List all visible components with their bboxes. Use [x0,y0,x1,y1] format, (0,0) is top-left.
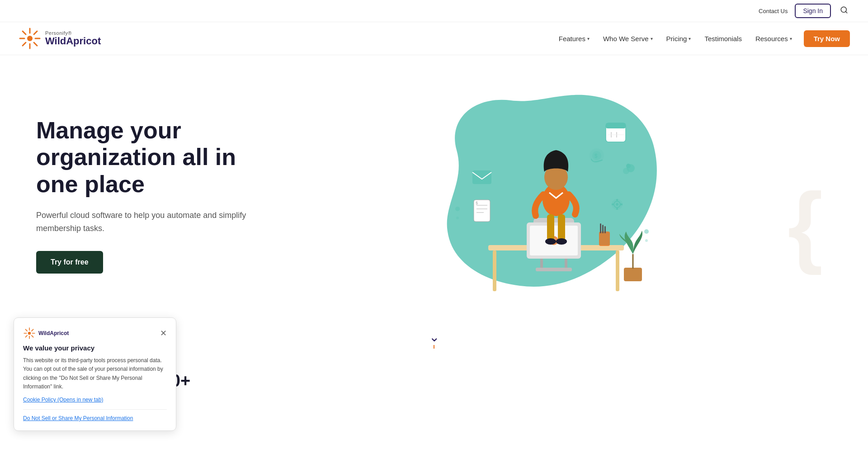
nav-features[interactable]: Features ▾ [553,31,595,46]
decorative-element: { [788,173,823,277]
svg-text:$: $ [476,201,478,205]
svg-point-60 [545,238,556,245]
hero-blob: $ $ [420,82,674,308]
contact-us-link[interactable]: Contact Us [759,8,788,14]
svg-line-68 [32,336,33,337]
pricing-chevron-icon: ▾ [689,36,691,41]
svg-point-50 [623,168,629,174]
resources-chevron-icon: ▾ [790,36,792,41]
cookie-banner: WildApricot ✕ We value your privacy This… [14,317,176,391]
blob-container: $ $ [420,82,674,308]
features-chevron-icon: ▾ [587,36,590,41]
cookie-title: We value your privacy [23,344,167,352]
svg-rect-29 [606,123,626,128]
try-now-button[interactable]: Try Now [804,30,850,47]
logo-link[interactable]: Personify® WildApricot [18,27,101,50]
cookie-close-button[interactable]: ✕ [160,329,167,337]
top-bar: Contact Us Sign In [0,0,868,22]
svg-rect-24 [599,232,610,246]
svg-rect-59 [558,214,565,241]
hero-section: Manage your organization all in one plac… [0,55,868,326]
svg-rect-47 [612,203,614,205]
logo-icon [18,27,42,50]
svg-point-61 [556,238,567,245]
cookie-logo-text: WildApricot [38,330,69,336]
cookie-header: WildApricot ✕ [23,327,167,340]
svg-point-2 [27,36,33,41]
svg-rect-25 [600,223,601,233]
svg-rect-58 [547,214,554,241]
svg-rect-17 [536,268,572,271]
hero-title: Manage your organization all in one plac… [36,117,262,198]
svg-rect-26 [602,225,604,233]
svg-point-62 [28,332,31,335]
who-we-serve-chevron-icon: ▾ [651,36,653,41]
search-icon-button[interactable] [838,4,850,18]
nav-pricing[interactable]: Pricing ▾ [661,31,697,46]
svg-point-54 [644,229,649,234]
svg-line-7 [23,31,26,34]
nav-testimonials[interactable]: Testimonials [699,31,747,46]
svg-rect-48 [620,203,623,205]
cookie-body-text: This website or its third-party tools pr… [23,356,167,391]
svg-text:$: $ [594,153,598,159]
svg-rect-27 [604,226,606,233]
svg-line-1 [845,11,847,13]
scroll-chevron-icon: ⌄ [429,331,439,344]
main-nav: Personify® WildApricot Features ▾ Who We… [0,22,868,55]
hero-content: Manage your organization all in one plac… [36,117,262,274]
logo-text: Personify® WildApricot [45,30,101,47]
sign-in-button[interactable]: Sign In [795,4,831,18]
svg-rect-36 [472,170,491,184]
hero-illustration: $ $ [262,82,832,308]
logo-wildapricot: WildApricot [45,36,101,47]
scroll-line [434,345,434,349]
svg-line-69 [32,330,33,331]
nav-links: Features ▾ Who We Serve ▾ Pricing ▾ Test… [553,30,850,47]
svg-rect-56 [624,268,642,281]
nav-who-we-serve[interactable]: Who We Serve ▾ [598,31,658,46]
svg-point-53 [456,217,459,219]
nav-resources[interactable]: Resources ▾ [750,31,797,46]
svg-line-8 [34,43,37,46]
hero-subtitle: Powerful cloud software to help you auto… [36,209,262,235]
svg-point-44 [616,203,618,206]
cookie-logo-icon [23,327,36,340]
hero-cta-button[interactable]: Try for free [36,251,103,274]
svg-line-67 [25,330,27,331]
svg-rect-46 [616,208,618,210]
svg-rect-12 [493,250,496,291]
svg-point-52 [455,207,460,211]
svg-rect-13 [616,250,619,291]
svg-line-70 [25,336,27,337]
cookie-logo: WildApricot [23,327,69,340]
svg-point-51 [626,164,631,168]
svg-line-9 [34,31,37,34]
svg-point-55 [645,239,648,242]
search-icon [840,6,848,14]
svg-line-10 [23,43,26,46]
svg-rect-45 [616,199,618,201]
